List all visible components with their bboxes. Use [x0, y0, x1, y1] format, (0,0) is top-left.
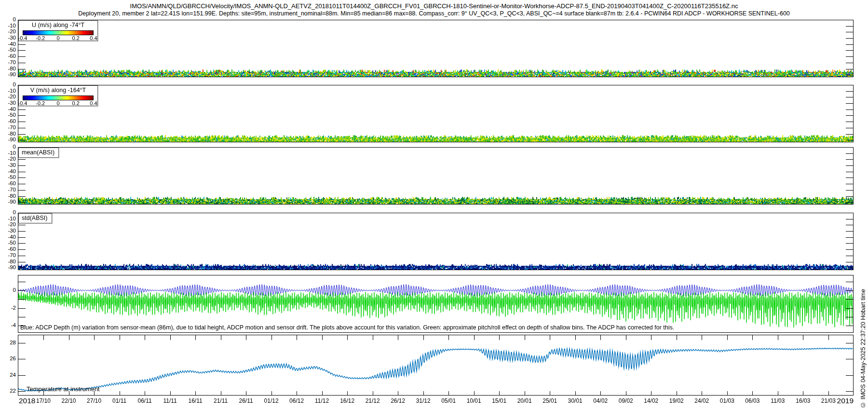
y-tick-label: -30 [0, 163, 16, 168]
v-velocity-legend: V (m/s) along -164°T -0.4-0.200.20.4 [18, 85, 98, 106]
x-tick-label: 24/02 [694, 397, 709, 404]
x-tick-label: 01/11 [112, 397, 126, 404]
v-legend-title: V (m/s) along -164°T [19, 87, 97, 94]
temperature-label: Temperature at instrument [27, 385, 100, 393]
panel-depth-variation: Blue: ADCP Depth (m) variation from sens… [18, 275, 854, 333]
x-tick-label: 11/11 [163, 397, 176, 404]
y-tick-label: -30 [0, 100, 16, 106]
x-tick-label: 30/01 [568, 397, 583, 404]
y-tick-label: -30 [0, 228, 16, 234]
x-tick-label: 01/03 [720, 397, 734, 404]
y-tick-label: -50 [0, 113, 16, 119]
v-colorbar [23, 96, 94, 100]
x-tick-label: 26/11 [239, 397, 253, 404]
v-colorbar-wrap: -0.4-0.200.20.4 [23, 96, 94, 105]
u-colorbar-wrap: -0.4-0.200.20.4 [23, 30, 94, 40]
colorbar-tick-label: -0.2 [36, 35, 45, 41]
y-tick-label: -60 [0, 181, 16, 187]
panel-v-velocity: V (m/s) along -164°T -0.4-0.200.20.4 0-1… [18, 85, 854, 142]
y-tick-label: -40 [0, 107, 16, 112]
x-tick-label: 15/01 [492, 397, 506, 404]
x-tick-label: 21/12 [366, 397, 380, 404]
mean-absi-plot [18, 147, 854, 205]
x-tick-label: 06/11 [137, 397, 151, 404]
y-tick-label: -20 [0, 95, 16, 100]
colorbar-tick-label: -0.2 [36, 100, 45, 106]
x-tick-label: 09/02 [619, 397, 633, 404]
y-tick-label: -80 [0, 131, 16, 137]
y-tick-label: -70 [0, 60, 16, 66]
y-tick-label: 0 [0, 210, 16, 216]
y-tick-label: -60 [0, 246, 16, 252]
colorbar-tick-label: 0.4 [90, 100, 97, 106]
y-tick-label: -80 [0, 259, 16, 265]
x-tick-label: 22/10 [62, 397, 76, 404]
y-tick-label: -10 [0, 88, 16, 94]
colorbar-tick-label: 0.2 [72, 35, 80, 41]
u-colorbar [23, 30, 94, 35]
y-tick-label: 26 [0, 356, 16, 362]
x-tick-label: 16/03 [796, 397, 810, 404]
y-tick-label: -40 [0, 169, 16, 175]
u-colorbar-ticks: -0.4-0.200.20.4 [23, 35, 94, 41]
x-tick-label: 20/01 [517, 397, 532, 404]
std-absi-plot [18, 213, 854, 270]
x-tick-label: 19/02 [669, 397, 684, 404]
colorbar-tick-label: 0.4 [90, 35, 97, 41]
depth-variation-annotation: Blue: ADCP Depth (m) variation from sens… [20, 324, 674, 331]
panel-mean-absi: mean(ABSI) 0-10-20-30-40-50-60-70-80-90 [18, 147, 854, 205]
x-tick-label: 21/11 [214, 397, 228, 404]
temperature-plot [18, 335, 854, 396]
y-tick-label: -10 [0, 150, 16, 156]
y-tick-label: 24 [0, 372, 16, 378]
u-velocity-plot [18, 20, 854, 77]
y-tick-label: -70 [0, 125, 16, 131]
colorbar-tick-label: 0 [56, 100, 59, 106]
y-tick-label: -50 [0, 175, 16, 181]
x-tick-label: 01/12 [264, 397, 279, 404]
y-tick-label: -20 [0, 29, 16, 35]
y-tick-label: -90 [0, 72, 16, 78]
y-tick-label: -10 [0, 23, 16, 29]
y-tick-label: -4 [0, 323, 16, 329]
y-tick-label: -50 [0, 48, 16, 54]
x-tick-label: 25/01 [542, 397, 557, 404]
y-tick-label: -30 [0, 35, 16, 41]
y-tick-label: -10 [0, 216, 16, 222]
y-tick-label: -90 [0, 137, 16, 143]
colorbar-tick-label: -0.4 [18, 100, 27, 106]
panel-temperature: Temperature at instrument 28262422 [18, 335, 854, 396]
y-tick-label: -60 [0, 119, 16, 124]
std-absi-label: std(ABSI) [18, 213, 52, 223]
x-year-start-label: 2018 [19, 396, 35, 405]
y-tick-label: -70 [0, 253, 16, 259]
y-tick-label: 0 [0, 287, 16, 293]
y-tick-label: -90 [0, 265, 16, 271]
colorbar-tick-label: 0.2 [72, 100, 80, 106]
figure-page: { "header": { "title": "IMOS/ANMN/QLD/GB… [0, 0, 868, 410]
panel-std-absi: std(ABSI) 0-10-20-30-40-50-60-70-80-90 [18, 213, 854, 270]
x-tick-label: 31/12 [416, 397, 431, 404]
u-legend-title: U (m/s) along -74°T [19, 22, 97, 28]
y-tick-label: -70 [0, 187, 16, 193]
x-tick-label: 10/01 [467, 397, 481, 404]
x-tick-label: 06/03 [745, 397, 760, 404]
colorbar-tick-label: -0.4 [18, 35, 27, 41]
y-tick-label: -2 [0, 305, 16, 311]
y-tick-label: -50 [0, 241, 16, 246]
x-tick-label: 17/10 [36, 397, 51, 404]
x-tick-label: 04/02 [593, 397, 608, 404]
x-tick-label: 05/01 [441, 397, 456, 404]
y-tick-label: -80 [0, 66, 16, 72]
u-velocity-legend: U (m/s) along -74°T -0.4-0.200.20.4 [18, 20, 98, 41]
x-tick-label: 26/12 [391, 397, 405, 404]
y-tick-label: 0 [0, 82, 16, 88]
y-tick-label: -90 [0, 199, 16, 205]
v-colorbar-ticks: -0.4-0.200.20.4 [23, 100, 94, 106]
x-tick-label: 16/12 [340, 397, 354, 404]
y-tick-label: -60 [0, 54, 16, 59]
y-tick-label: 22 [0, 389, 16, 395]
y-tick-label: -80 [0, 193, 16, 199]
copyright-watermark: © IMOS 04-May-2025 22:37:20 Hobart time [860, 289, 867, 408]
y-tick-label: 0 [0, 144, 16, 150]
